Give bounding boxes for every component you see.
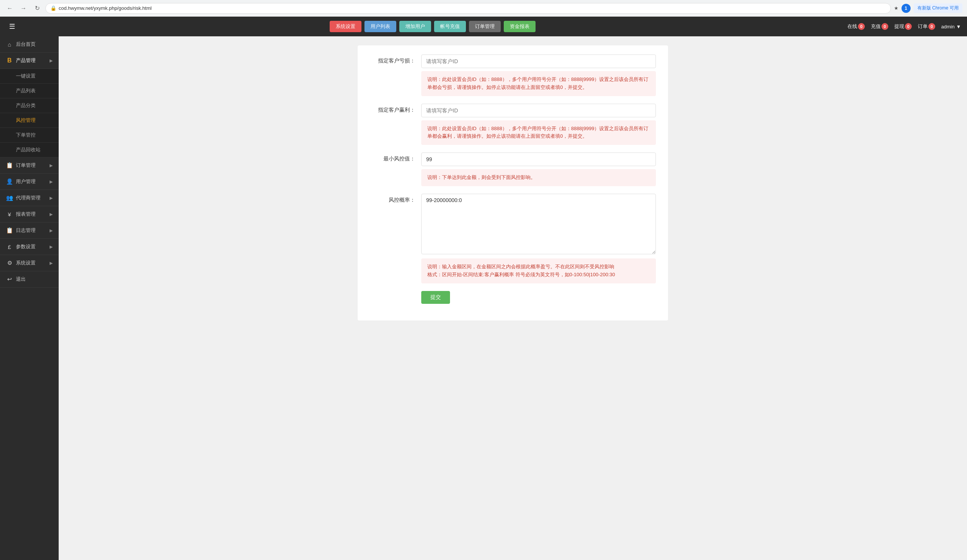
user-icon: 👤 [6, 178, 13, 185]
sidebar-item-logout[interactable]: ↩ 退出 [0, 271, 59, 288]
sidebar-sub-order-control[interactable]: 下单管控 [0, 128, 59, 143]
online-count: 0 [858, 23, 865, 30]
logout-icon: ↩ [6, 276, 13, 283]
submit-button[interactable]: 提交 [421, 291, 450, 304]
browser-actions: ★ 1 有新版 Chrome 可用 [894, 3, 962, 13]
customer-win-row: 指定客户赢利： 说明：此处设置会员ID（如：8888），多个用户用符号分开（如：… [370, 104, 656, 145]
forward-button[interactable]: → [18, 3, 29, 14]
sidebar-sub-product-recycle[interactable]: 产品回收站 [0, 143, 59, 157]
product-icon: B [6, 57, 13, 64]
sidebar-item-user-management[interactable]: 👤 用户管理 ▶ [0, 174, 59, 190]
sidebar-system-label: 系统设置 [16, 260, 46, 266]
sidebar-item-param-settings[interactable]: £ 参数设置 ▶ [0, 239, 59, 255]
risk-rate-textarea[interactable]: 99-20000000:0 [421, 194, 656, 254]
withdraw-label: 提现 [894, 23, 904, 30]
sidebar-item-label: 后台首页 [16, 41, 53, 48]
sidebar-item-log[interactable]: 📋 日志管理 ▶ [0, 222, 59, 239]
sidebar: ⌂ 后台首页 B 产品管理 ▶ 一键设置 产品列表 产品分类 风控管理 下单管控… [0, 36, 59, 560]
admin-label: admin [941, 24, 954, 30]
sidebar-product-label: 产品管理 [16, 57, 46, 64]
sidebar-sub-product: 一键设置 产品列表 产品分类 风控管理 下单管控 产品回收站 [0, 69, 59, 157]
main-area: ⌂ 后台首页 B 产品管理 ▶ 一键设置 产品列表 产品分类 风控管理 下单管控… [0, 36, 967, 560]
address-bar[interactable]: 🔒 cod.hwymw.net/yxymk.php/goods/risk.htm… [45, 3, 891, 14]
online-label: 在线 [847, 23, 857, 30]
log-icon: 📋 [6, 227, 13, 234]
sidebar-sub-product-category[interactable]: 产品分类 [0, 98, 59, 113]
risk-rate-note: 说明：输入金额区间，在金额区间之内会根据此概率盈亏。不在此区间则不受风控影响 格… [421, 259, 656, 283]
customer-win-note: 说明：此处设置会员ID（如：8888），多个用户用符号分开（如：8888|999… [421, 120, 656, 145]
sidebar-sub-one-click[interactable]: 一键设置 [0, 69, 59, 84]
sidebar-item-product-management[interactable]: B 产品管理 ▶ [0, 53, 59, 69]
star-icon[interactable]: ★ [894, 5, 898, 11]
risk-rate-label: 风控概率： [370, 194, 415, 204]
withdraw-badge: 提现 0 [894, 23, 912, 30]
sidebar-item-dashboard[interactable]: ⌂ 后台首页 [0, 36, 59, 53]
order-badge: 订单 0 [918, 23, 935, 30]
risk-rate-row: 风控概率： 99-20000000:0 说明：输入金额区间，在金额区间之内会根据… [370, 194, 656, 283]
nav-add-user[interactable]: 增加用户 [399, 21, 431, 32]
withdraw-count: 0 [905, 23, 912, 30]
sidebar-param-label: 参数设置 [16, 243, 46, 250]
customer-win-label: 指定客户赢利： [370, 104, 415, 114]
sidebar-sub-risk-management[interactable]: 风控管理 [0, 113, 59, 128]
customer-loss-input[interactable] [421, 54, 656, 68]
dashboard-icon: ⌂ [6, 41, 13, 48]
page-content: 指定客户亏损： 说明：此处设置会员ID（如：8888），多个用户用符号分开（如：… [59, 36, 967, 560]
nav-account-recharge[interactable]: 帐号充值 [434, 21, 466, 32]
agent-icon: 👥 [6, 194, 13, 201]
hamburger-button[interactable]: ☰ [6, 21, 18, 32]
chevron-right-icon-3: ▶ [50, 180, 53, 184]
min-risk-note: 说明：下单达到此金额，则会受到下面风控影响。 [421, 169, 656, 186]
reload-button[interactable]: ↻ [32, 3, 42, 14]
sidebar-sub-product-list[interactable]: 产品列表 [0, 84, 59, 98]
chevron-down-icon: ▼ [956, 24, 961, 30]
sidebar-logout-label: 退出 [16, 276, 53, 283]
risk-rate-field: 99-20000000:0 说明：输入金额区间，在金额区间之内会根据此概率盈亏。… [421, 194, 656, 283]
chevron-right-icon-2: ▶ [50, 163, 53, 168]
chevron-right-icon-7: ▶ [50, 244, 53, 249]
lock-icon: 🔒 [50, 5, 56, 11]
customer-loss-row: 指定客户亏损： 说明：此处设置会员ID（如：8888），多个用户用符号分开（如：… [370, 54, 656, 96]
customer-loss-label: 指定客户亏损： [370, 54, 415, 64]
nav-order-management[interactable]: 订单管理 [469, 21, 501, 32]
chevron-right-icon-6: ▶ [50, 228, 53, 233]
chevron-right-icon-5: ▶ [50, 212, 53, 217]
min-risk-row: 最小风控值： 说明：下单达到此金额，则会受到下面风控影响。 [370, 153, 656, 186]
back-button[interactable]: ← [5, 3, 15, 14]
submit-row: 提交 [370, 291, 656, 304]
risk-management-form: 指定客户亏损： 说明：此处设置会员ID（如：8888），多个用户用符号分开（如：… [358, 45, 668, 321]
nav-fund-report[interactable]: 资金报表 [504, 21, 536, 32]
min-risk-field: 说明：下单达到此金额，则会受到下面风控影响。 [421, 153, 656, 186]
sidebar-item-agent-management[interactable]: 👥 代理商管理 ▶ [0, 190, 59, 206]
sidebar-item-order-management[interactable]: 📋 订单管理 ▶ [0, 157, 59, 174]
sidebar-order-label: 订单管理 [16, 162, 46, 169]
online-badge: 在线 0 [847, 23, 865, 30]
profile-circle: 1 [901, 4, 911, 13]
nav-system-settings[interactable]: 系统设置 [330, 21, 361, 32]
sidebar-item-report[interactable]: ¥ 报表管理 ▶ [0, 206, 59, 222]
min-risk-input[interactable] [421, 153, 656, 166]
admin-dropdown[interactable]: admin ▼ [941, 24, 961, 30]
recharge-count: 0 [881, 23, 888, 30]
app-layout: ☰ 系统设置 用户列表 增加用户 帐号充值 订单管理 资金报表 在线 0 充值 … [0, 16, 967, 560]
sidebar-agent-label: 代理商管理 [16, 194, 46, 201]
sidebar-user-label: 用户管理 [16, 178, 46, 185]
sidebar-log-label: 日志管理 [16, 227, 46, 234]
customer-loss-field: 说明：此处设置会员ID（如：8888），多个用户用符号分开（如：8888|999… [421, 54, 656, 96]
recharge-badge: 充值 0 [871, 23, 888, 30]
sidebar-item-system-settings[interactable]: ⚙ 系统设置 ▶ [0, 255, 59, 271]
order-icon: 📋 [6, 162, 13, 169]
chevron-right-icon-8: ▶ [50, 261, 53, 266]
nav-user-list[interactable]: 用户列表 [365, 21, 396, 32]
chevron-right-icon-4: ▶ [50, 196, 53, 201]
report-icon: ¥ [6, 211, 13, 217]
sidebar-report-label: 报表管理 [16, 211, 46, 217]
top-navbar: ☰ 系统设置 用户列表 增加用户 帐号充值 订单管理 资金报表 在线 0 充值 … [0, 16, 967, 36]
url-text: cod.hwymw.net/yxymk.php/goods/risk.html [59, 5, 152, 11]
customer-loss-note: 说明：此处设置会员ID（如：8888），多个用户用符号分开（如：8888|999… [421, 71, 656, 96]
chrome-update-button[interactable]: 有新版 Chrome 可用 [914, 3, 962, 13]
nav-buttons: 系统设置 用户列表 增加用户 帐号充值 订单管理 资金报表 [24, 21, 842, 32]
customer-win-input[interactable] [421, 104, 656, 117]
order-count: 0 [928, 23, 935, 30]
chevron-right-icon: ▶ [50, 58, 53, 63]
